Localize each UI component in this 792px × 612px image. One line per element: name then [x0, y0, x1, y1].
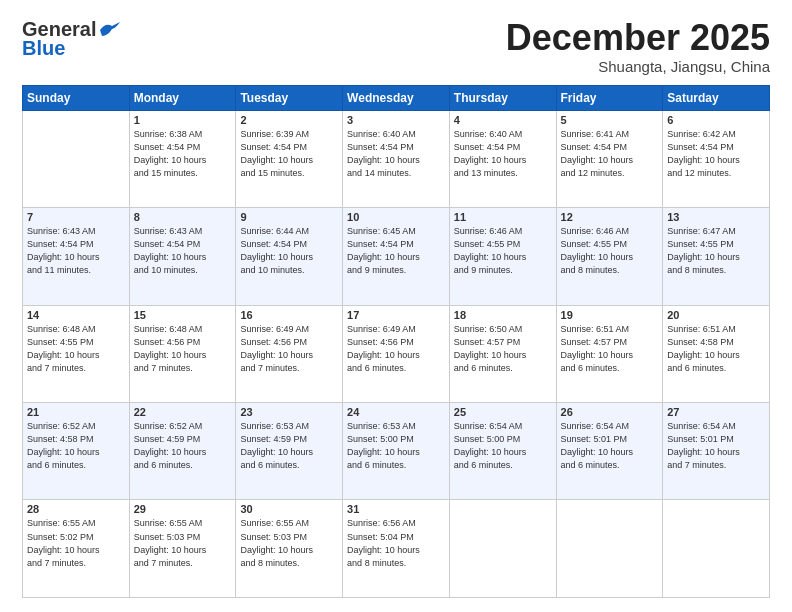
- page: General Blue December 2025 Shuangta, Jia…: [0, 0, 792, 612]
- calendar-week-row: 7Sunrise: 6:43 AM Sunset: 4:54 PM Daylig…: [23, 208, 770, 305]
- day-number: 6: [667, 114, 765, 126]
- table-row: 22Sunrise: 6:52 AM Sunset: 4:59 PM Dayli…: [129, 403, 236, 500]
- table-row: 11Sunrise: 6:46 AM Sunset: 4:55 PM Dayli…: [449, 208, 556, 305]
- day-number: 15: [134, 309, 232, 321]
- day-number: 14: [27, 309, 125, 321]
- calendar-week-row: 28Sunrise: 6:55 AM Sunset: 5:02 PM Dayli…: [23, 500, 770, 598]
- table-row: 10Sunrise: 6:45 AM Sunset: 4:54 PM Dayli…: [343, 208, 450, 305]
- day-number: 2: [240, 114, 338, 126]
- table-row: 5Sunrise: 6:41 AM Sunset: 4:54 PM Daylig…: [556, 110, 663, 207]
- day-number: 1: [134, 114, 232, 126]
- col-friday: Friday: [556, 85, 663, 110]
- day-number: 3: [347, 114, 445, 126]
- day-info: Sunrise: 6:50 AM Sunset: 4:57 PM Dayligh…: [454, 323, 552, 375]
- day-number: 30: [240, 503, 338, 515]
- day-info: Sunrise: 6:51 AM Sunset: 4:58 PM Dayligh…: [667, 323, 765, 375]
- month-title: December 2025: [506, 18, 770, 58]
- day-info: Sunrise: 6:49 AM Sunset: 4:56 PM Dayligh…: [347, 323, 445, 375]
- day-number: 24: [347, 406, 445, 418]
- day-info: Sunrise: 6:41 AM Sunset: 4:54 PM Dayligh…: [561, 128, 659, 180]
- table-row: 23Sunrise: 6:53 AM Sunset: 4:59 PM Dayli…: [236, 403, 343, 500]
- day-info: Sunrise: 6:45 AM Sunset: 4:54 PM Dayligh…: [347, 225, 445, 277]
- day-number: 27: [667, 406, 765, 418]
- day-info: Sunrise: 6:56 AM Sunset: 5:04 PM Dayligh…: [347, 517, 445, 569]
- table-row: 15Sunrise: 6:48 AM Sunset: 4:56 PM Dayli…: [129, 305, 236, 402]
- table-row: 26Sunrise: 6:54 AM Sunset: 5:01 PM Dayli…: [556, 403, 663, 500]
- day-number: 28: [27, 503, 125, 515]
- day-info: Sunrise: 6:55 AM Sunset: 5:03 PM Dayligh…: [134, 517, 232, 569]
- table-row: 14Sunrise: 6:48 AM Sunset: 4:55 PM Dayli…: [23, 305, 130, 402]
- day-number: 22: [134, 406, 232, 418]
- day-info: Sunrise: 6:51 AM Sunset: 4:57 PM Dayligh…: [561, 323, 659, 375]
- day-info: Sunrise: 6:53 AM Sunset: 4:59 PM Dayligh…: [240, 420, 338, 472]
- table-row: 30Sunrise: 6:55 AM Sunset: 5:03 PM Dayli…: [236, 500, 343, 598]
- table-row: 1Sunrise: 6:38 AM Sunset: 4:54 PM Daylig…: [129, 110, 236, 207]
- table-row: 19Sunrise: 6:51 AM Sunset: 4:57 PM Dayli…: [556, 305, 663, 402]
- col-thursday: Thursday: [449, 85, 556, 110]
- table-row: 13Sunrise: 6:47 AM Sunset: 4:55 PM Dayli…: [663, 208, 770, 305]
- table-row: 18Sunrise: 6:50 AM Sunset: 4:57 PM Dayli…: [449, 305, 556, 402]
- day-number: 10: [347, 211, 445, 223]
- col-saturday: Saturday: [663, 85, 770, 110]
- day-info: Sunrise: 6:49 AM Sunset: 4:56 PM Dayligh…: [240, 323, 338, 375]
- day-number: 17: [347, 309, 445, 321]
- col-sunday: Sunday: [23, 85, 130, 110]
- day-number: 31: [347, 503, 445, 515]
- day-number: 13: [667, 211, 765, 223]
- title-section: December 2025 Shuangta, Jiangsu, China: [506, 18, 770, 75]
- col-wednesday: Wednesday: [343, 85, 450, 110]
- table-row: 24Sunrise: 6:53 AM Sunset: 5:00 PM Dayli…: [343, 403, 450, 500]
- table-row: 16Sunrise: 6:49 AM Sunset: 4:56 PM Dayli…: [236, 305, 343, 402]
- table-row: 2Sunrise: 6:39 AM Sunset: 4:54 PM Daylig…: [236, 110, 343, 207]
- day-info: Sunrise: 6:44 AM Sunset: 4:54 PM Dayligh…: [240, 225, 338, 277]
- day-number: 21: [27, 406, 125, 418]
- table-row: 6Sunrise: 6:42 AM Sunset: 4:54 PM Daylig…: [663, 110, 770, 207]
- day-info: Sunrise: 6:48 AM Sunset: 4:55 PM Dayligh…: [27, 323, 125, 375]
- table-row: 31Sunrise: 6:56 AM Sunset: 5:04 PM Dayli…: [343, 500, 450, 598]
- day-number: 23: [240, 406, 338, 418]
- day-info: Sunrise: 6:43 AM Sunset: 4:54 PM Dayligh…: [134, 225, 232, 277]
- day-number: 26: [561, 406, 659, 418]
- day-info: Sunrise: 6:54 AM Sunset: 5:01 PM Dayligh…: [667, 420, 765, 472]
- day-info: Sunrise: 6:55 AM Sunset: 5:03 PM Dayligh…: [240, 517, 338, 569]
- table-row: 4Sunrise: 6:40 AM Sunset: 4:54 PM Daylig…: [449, 110, 556, 207]
- table-row: 27Sunrise: 6:54 AM Sunset: 5:01 PM Dayli…: [663, 403, 770, 500]
- table-row: 12Sunrise: 6:46 AM Sunset: 4:55 PM Dayli…: [556, 208, 663, 305]
- day-info: Sunrise: 6:53 AM Sunset: 5:00 PM Dayligh…: [347, 420, 445, 472]
- day-info: Sunrise: 6:46 AM Sunset: 4:55 PM Dayligh…: [454, 225, 552, 277]
- day-info: Sunrise: 6:47 AM Sunset: 4:55 PM Dayligh…: [667, 225, 765, 277]
- table-row: [449, 500, 556, 598]
- table-row: [556, 500, 663, 598]
- day-number: 25: [454, 406, 552, 418]
- table-row: [663, 500, 770, 598]
- calendar-header-row: Sunday Monday Tuesday Wednesday Thursday…: [23, 85, 770, 110]
- day-number: 29: [134, 503, 232, 515]
- day-info: Sunrise: 6:40 AM Sunset: 4:54 PM Dayligh…: [454, 128, 552, 180]
- day-info: Sunrise: 6:38 AM Sunset: 4:54 PM Dayligh…: [134, 128, 232, 180]
- calendar-week-row: 1Sunrise: 6:38 AM Sunset: 4:54 PM Daylig…: [23, 110, 770, 207]
- day-info: Sunrise: 6:42 AM Sunset: 4:54 PM Dayligh…: [667, 128, 765, 180]
- day-info: Sunrise: 6:54 AM Sunset: 5:00 PM Dayligh…: [454, 420, 552, 472]
- calendar-week-row: 14Sunrise: 6:48 AM Sunset: 4:55 PM Dayli…: [23, 305, 770, 402]
- col-monday: Monday: [129, 85, 236, 110]
- day-number: 9: [240, 211, 338, 223]
- day-number: 8: [134, 211, 232, 223]
- day-info: Sunrise: 6:46 AM Sunset: 4:55 PM Dayligh…: [561, 225, 659, 277]
- table-row: [23, 110, 130, 207]
- logo-blue: Blue: [22, 37, 65, 60]
- day-info: Sunrise: 6:43 AM Sunset: 4:54 PM Dayligh…: [27, 225, 125, 277]
- table-row: 17Sunrise: 6:49 AM Sunset: 4:56 PM Dayli…: [343, 305, 450, 402]
- day-info: Sunrise: 6:48 AM Sunset: 4:56 PM Dayligh…: [134, 323, 232, 375]
- day-number: 7: [27, 211, 125, 223]
- day-number: 19: [561, 309, 659, 321]
- day-info: Sunrise: 6:39 AM Sunset: 4:54 PM Dayligh…: [240, 128, 338, 180]
- day-info: Sunrise: 6:55 AM Sunset: 5:02 PM Dayligh…: [27, 517, 125, 569]
- table-row: 21Sunrise: 6:52 AM Sunset: 4:58 PM Dayli…: [23, 403, 130, 500]
- day-number: 16: [240, 309, 338, 321]
- table-row: 8Sunrise: 6:43 AM Sunset: 4:54 PM Daylig…: [129, 208, 236, 305]
- day-info: Sunrise: 6:52 AM Sunset: 4:59 PM Dayligh…: [134, 420, 232, 472]
- col-tuesday: Tuesday: [236, 85, 343, 110]
- day-number: 5: [561, 114, 659, 126]
- calendar-week-row: 21Sunrise: 6:52 AM Sunset: 4:58 PM Dayli…: [23, 403, 770, 500]
- day-info: Sunrise: 6:54 AM Sunset: 5:01 PM Dayligh…: [561, 420, 659, 472]
